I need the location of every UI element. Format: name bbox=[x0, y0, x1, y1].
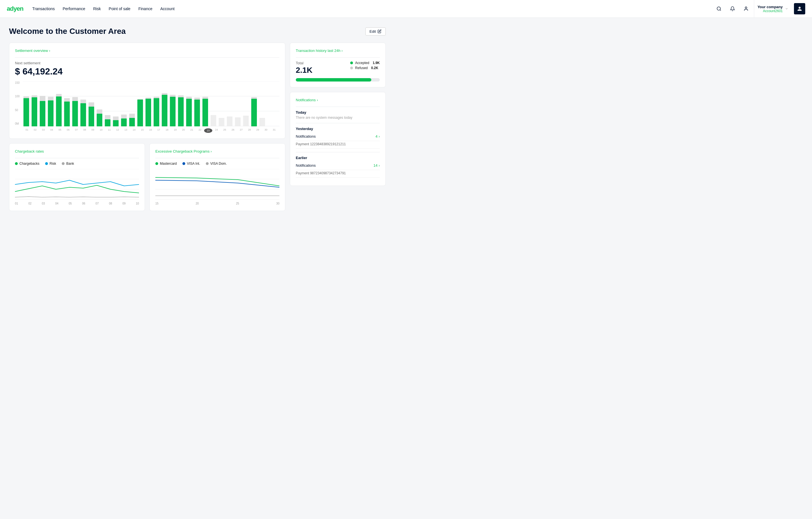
mastercard-dot bbox=[155, 162, 158, 165]
svg-rect-42 bbox=[162, 95, 168, 126]
notifications-button[interactable] bbox=[727, 3, 738, 15]
svg-rect-26 bbox=[97, 114, 103, 126]
notif-count-yesterday[interactable]: 4 › bbox=[376, 134, 380, 138]
svg-rect-18 bbox=[64, 102, 70, 126]
nav-links: Transactions Performance Risk Point of s… bbox=[32, 6, 713, 11]
user-avatar[interactable] bbox=[794, 3, 805, 15]
notif-yesterday-label: Yesterday bbox=[296, 127, 380, 131]
excessive-card: Excessive Chargeback Programs › Masterca… bbox=[149, 143, 285, 211]
svg-rect-28 bbox=[105, 119, 111, 126]
risk-dot bbox=[45, 162, 48, 165]
svg-line-1 bbox=[720, 9, 721, 10]
svg-rect-20 bbox=[72, 101, 78, 126]
legend-mastercard: Mastercard bbox=[155, 162, 177, 166]
notif-earlier-label: Earlier bbox=[296, 156, 380, 160]
notif-yesterday: Yesterday Notifications 4 › Payment 1223… bbox=[296, 127, 380, 149]
legend-visa-dom: VISA Dom. bbox=[206, 162, 227, 166]
chargeback-card: Chargeback rates Chargebacks Risk bbox=[9, 143, 145, 211]
bottom-row: Chargeback rates Chargebacks Risk bbox=[9, 143, 285, 211]
svg-rect-30 bbox=[113, 120, 119, 126]
nav-risk[interactable]: Risk bbox=[93, 6, 100, 11]
chargeback-chart bbox=[15, 169, 139, 200]
visa-dom-dot bbox=[206, 162, 209, 165]
nav-pos[interactable]: Point of sale bbox=[109, 6, 130, 11]
bar-x-labels: 01 02 03 04 05 06 07 08 09 10 11 12 13 1… bbox=[23, 128, 280, 133]
notifications-card: Notifications › Today There are no syste… bbox=[290, 92, 386, 186]
svg-rect-53 bbox=[211, 115, 216, 126]
svg-rect-46 bbox=[178, 97, 183, 126]
svg-rect-38 bbox=[145, 99, 151, 126]
search-icon bbox=[717, 6, 722, 11]
notif-today-empty: There are no system messages today bbox=[296, 116, 380, 119]
excessive-title[interactable]: Excessive Chargeback Programs › bbox=[155, 149, 280, 154]
svg-rect-55 bbox=[227, 116, 233, 126]
dashboard-grid: Settlement overview › Next settlement $ … bbox=[9, 43, 386, 211]
trans-progress-bar bbox=[296, 78, 380, 82]
svg-rect-16 bbox=[56, 97, 62, 126]
svg-rect-32 bbox=[121, 118, 126, 126]
settlement-amount: $ 64,192.24 bbox=[15, 66, 280, 77]
svg-rect-48 bbox=[186, 99, 192, 126]
transaction-card: Transaction history last 24h › Total 2.1… bbox=[290, 43, 386, 87]
settlement-title[interactable]: Settlement overview › bbox=[15, 49, 280, 53]
svg-rect-12 bbox=[40, 101, 46, 126]
search-button[interactable] bbox=[713, 3, 725, 15]
legend-visa-int: VISA Int. bbox=[182, 162, 200, 166]
accepted-dot bbox=[350, 61, 353, 64]
y-label-0: 0M bbox=[15, 122, 20, 125]
account-menu[interactable]: Your company Account2601 bbox=[754, 0, 792, 18]
bank-dot bbox=[62, 162, 64, 165]
navbar: adyen Transactions Performance Risk Poin… bbox=[0, 0, 812, 18]
left-column: Settlement overview › Next settlement $ … bbox=[9, 43, 285, 211]
excessive-x-labels: 15 20 25 30 bbox=[155, 202, 280, 205]
notif-count-earlier[interactable]: 14 › bbox=[374, 163, 380, 168]
page-title: Welcome to the Customer Area bbox=[9, 27, 126, 36]
nav-account[interactable]: Account bbox=[160, 6, 175, 11]
trans-total-label: Total bbox=[296, 61, 312, 65]
svg-rect-22 bbox=[80, 103, 86, 126]
chargeback-legend: Chargebacks Risk Bank bbox=[15, 162, 139, 166]
y-label-50: 50 bbox=[15, 109, 20, 112]
svg-rect-50 bbox=[194, 100, 200, 126]
svg-rect-59 bbox=[251, 99, 257, 126]
svg-rect-10 bbox=[32, 97, 37, 126]
trans-legend-refused: Refused 0.2K bbox=[350, 66, 380, 70]
profile-button[interactable] bbox=[741, 3, 752, 15]
main-content: Welcome to the Customer Area Edit Settle… bbox=[0, 18, 395, 220]
svg-rect-60 bbox=[259, 118, 265, 126]
notif-today-label: Today bbox=[296, 110, 380, 114]
page-header: Welcome to the Customer Area Edit bbox=[9, 27, 386, 36]
visa-int-dot bbox=[182, 162, 185, 165]
notif-earlier: Earlier Notifications 14 › Payment 98723… bbox=[296, 156, 380, 178]
company-name: Your company bbox=[758, 5, 783, 9]
svg-point-2 bbox=[745, 7, 747, 8]
chargeback-title[interactable]: Chargeback rates bbox=[15, 149, 139, 154]
y-label-150: 150 bbox=[15, 81, 20, 84]
refused-dot bbox=[350, 66, 353, 70]
nav-performance[interactable]: Performance bbox=[63, 6, 85, 11]
excessive-chart bbox=[155, 169, 280, 200]
nav-transactions[interactable]: Transactions bbox=[32, 6, 55, 11]
notif-payment-earlier: Payment 9872340987342734791 bbox=[296, 170, 380, 178]
legend-chargebacks: Chargebacks bbox=[15, 162, 39, 166]
svg-rect-56 bbox=[235, 117, 240, 126]
notif-label: Notifications bbox=[296, 134, 316, 138]
settlement-label: Next settlement bbox=[15, 61, 280, 65]
svg-point-0 bbox=[717, 7, 720, 10]
notifications-title[interactable]: Notifications › bbox=[296, 98, 380, 102]
right-column: Transaction history last 24h › Total 2.1… bbox=[290, 43, 386, 211]
settlement-card: Settlement overview › Next settlement $ … bbox=[9, 43, 285, 139]
svg-rect-34 bbox=[129, 118, 135, 126]
highlighted-day: 23 bbox=[204, 128, 212, 133]
edit-button[interactable]: Edit bbox=[366, 27, 386, 35]
trans-total-block: Total 2.1K bbox=[296, 61, 312, 78]
nav-finance[interactable]: Finance bbox=[139, 6, 152, 11]
transaction-title[interactable]: Transaction history last 24h › bbox=[296, 49, 380, 53]
svg-rect-24 bbox=[89, 107, 94, 126]
svg-rect-44 bbox=[170, 97, 176, 126]
logo: adyen bbox=[7, 5, 23, 12]
svg-rect-14 bbox=[48, 101, 54, 126]
chargeback-x-labels: 01 02 03 04 05 06 07 08 09 10 bbox=[15, 202, 139, 205]
account-id: Account2601 bbox=[758, 9, 783, 13]
svg-rect-52 bbox=[202, 99, 208, 126]
